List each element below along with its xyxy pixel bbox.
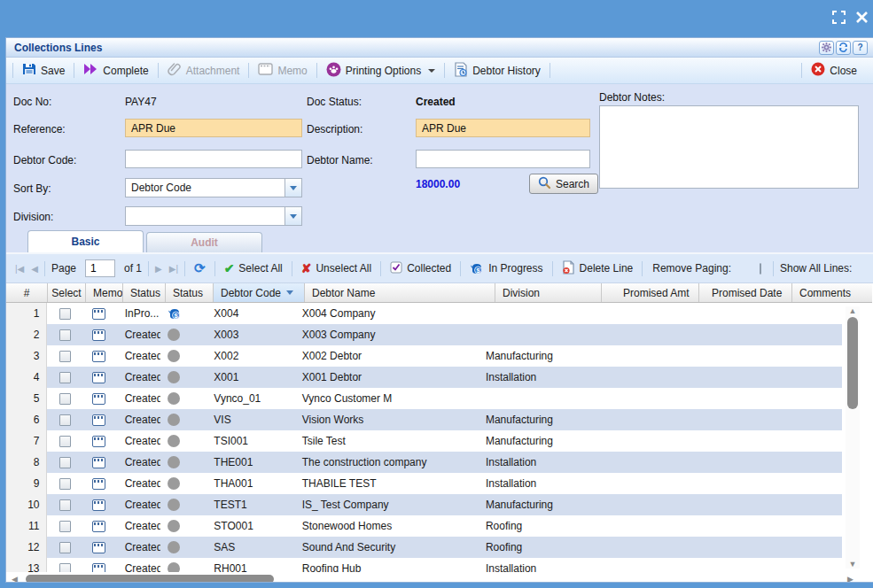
first-page-icon[interactable]: |◀ — [12, 264, 27, 274]
status-icon-cell: $ — [160, 452, 207, 473]
col-header-memo[interactable]: Memo — [86, 283, 123, 302]
tab-audit[interactable]: Audit — [146, 232, 262, 252]
debtor-code-input[interactable] — [125, 150, 302, 168]
horizontal-scroll-thumb[interactable] — [26, 575, 274, 583]
table-row[interactable]: 11 Created $ STO001 Stonewood Homes Roof… — [6, 515, 842, 537]
memo-icon[interactable] — [92, 457, 105, 468]
help-icon[interactable]: ? — [853, 41, 868, 55]
table-row[interactable]: 4 Created $ X001 X001 Debtor Installatio… — [6, 367, 842, 388]
memo-icon[interactable] — [92, 329, 105, 341]
scroll-up-icon[interactable]: ▲ — [846, 306, 860, 315]
memo-icon[interactable] — [92, 393, 105, 405]
memo-cell — [83, 515, 120, 537]
select-cell — [47, 345, 83, 367]
row-checkbox[interactable] — [59, 414, 71, 426]
reference-input[interactable] — [125, 119, 302, 137]
table-row[interactable]: 9 Created $ THA001 THABILE TEST Installa… — [6, 473, 842, 494]
table-row[interactable]: 13 Created $ RH001 Roofing Hub Installat… — [6, 558, 842, 572]
col-header-comments[interactable]: Comments — [792, 283, 872, 302]
col-header-debtor-code[interactable]: Debtor Code — [214, 283, 305, 302]
row-checkbox[interactable] — [59, 329, 71, 341]
col-header-debtor-name[interactable]: Debtor Name — [305, 283, 495, 302]
row-checkbox[interactable] — [59, 457, 71, 468]
row-checkbox[interactable] — [59, 393, 71, 405]
printing-options-button[interactable]: Printing Options — [320, 59, 441, 82]
complete-button[interactable]: Complete — [77, 60, 154, 81]
debtor-notes-textarea[interactable] — [599, 105, 859, 189]
col-header-select[interactable]: Select — [48, 283, 86, 302]
table-row[interactable]: 10 Created $ TEST1 IS_ Test Company Manu… — [6, 494, 842, 515]
table-row[interactable]: 5 Created $ Vynco_01 Vynco Customer M — [6, 388, 842, 409]
collected-button[interactable]: Collected — [384, 259, 457, 278]
row-checkbox[interactable] — [59, 521, 71, 532]
row-number: 10 — [6, 494, 47, 515]
table-row[interactable]: 1 InPro... $ X004 X004 Company — [6, 303, 842, 324]
scroll-left-icon[interactable]: ◀ — [12, 575, 18, 584]
next-page-icon[interactable]: ▶ — [152, 264, 166, 274]
table-row[interactable]: 12 Created $ SAS Sound And Security Roof… — [6, 537, 842, 558]
memo-icon[interactable] — [92, 308, 105, 320]
last-page-icon[interactable]: ▶| — [166, 264, 182, 274]
promised-date-cell — [675, 367, 765, 388]
comments-cell — [765, 515, 842, 537]
grid-refresh-button[interactable]: ⟳ — [188, 259, 212, 278]
in-progress-button[interactable]: $ In Progress — [464, 260, 549, 277]
col-header-status[interactable]: Status — [123, 283, 166, 302]
col-header-promised-date[interactable]: Promised Date — [699, 283, 792, 302]
table-row[interactable]: 8 Created $ THE001 The construction comp… — [6, 452, 842, 473]
remove-paging-checkbox[interactable] — [760, 263, 761, 275]
memo-icon[interactable] — [92, 499, 105, 511]
table-row[interactable]: 6 Created $ VIS Vision Works Manufacturi… — [6, 409, 842, 430]
select-all-button[interactable]: ✔ Select All — [218, 259, 289, 277]
sort-by-select[interactable]: Debtor Code — [125, 178, 302, 197]
vertical-scroll-thumb[interactable] — [847, 317, 858, 409]
memo-icon[interactable] — [92, 414, 105, 426]
prev-page-icon[interactable]: ◀ — [27, 264, 42, 274]
debtor-name-input[interactable] — [416, 150, 590, 168]
row-checkbox[interactable] — [59, 563, 71, 573]
memo-icon[interactable] — [92, 436, 105, 447]
row-checkbox[interactable] — [59, 351, 71, 362]
chevron-down-icon[interactable] — [285, 207, 301, 225]
memo-icon[interactable] — [92, 478, 105, 490]
unselect-all-button[interactable]: ✘ Unselect All — [295, 259, 378, 277]
window-close-icon[interactable] — [856, 12, 868, 23]
delete-line-button[interactable]: Delete Line — [556, 259, 640, 279]
col-header-promised-amt[interactable]: Promised Amt — [602, 283, 699, 302]
debtor-code-cell: X003 — [207, 324, 294, 345]
memo-icon[interactable] — [92, 521, 105, 532]
row-checkbox[interactable] — [59, 499, 71, 511]
chevron-down-icon[interactable] — [285, 179, 301, 197]
gear-icon[interactable] — [819, 41, 834, 55]
memo-icon[interactable] — [92, 563, 105, 573]
col-header-num[interactable]: # — [6, 283, 48, 302]
row-checkbox[interactable] — [59, 308, 71, 320]
memo-icon[interactable] — [92, 351, 105, 362]
fullscreen-icon[interactable] — [832, 11, 846, 24]
division-select[interactable] — [125, 206, 302, 226]
debtor-history-button[interactable]: Debtor History — [448, 59, 547, 82]
close-button[interactable]: Close — [805, 59, 869, 81]
save-button[interactable]: Save — [16, 59, 71, 81]
search-button[interactable]: Search — [529, 174, 598, 194]
row-checkbox[interactable] — [59, 436, 71, 447]
panel-refresh-icon[interactable] — [836, 41, 851, 55]
horizontal-scrollbar[interactable]: ◀ ▶ — [12, 573, 854, 583]
memo-icon[interactable] — [92, 542, 105, 553]
vertical-scrollbar[interactable]: ▲ ▼ — [846, 306, 860, 569]
tab-basic[interactable]: Basic — [27, 230, 144, 252]
row-checkbox[interactable] — [59, 478, 71, 490]
memo-icon[interactable] — [92, 372, 105, 383]
table-row[interactable]: 3 Created $ X002 X002 Debtor Manufacturi… — [6, 345, 842, 367]
col-header-division[interactable]: Division — [495, 283, 602, 302]
scroll-down-icon[interactable]: ▼ — [846, 560, 860, 569]
table-row[interactable]: 7 Created $ TSI001 Tsile Test Manufactur… — [6, 430, 842, 452]
row-checkbox[interactable] — [59, 542, 71, 553]
row-checkbox[interactable] — [59, 372, 71, 383]
col-header-status-icon[interactable]: Status — [166, 283, 214, 302]
scroll-right-icon[interactable]: ▶ — [847, 575, 854, 584]
table-row[interactable]: 2 Created $ X003 X003 Company — [6, 324, 842, 345]
page-input[interactable] — [85, 259, 115, 277]
description-input[interactable] — [416, 119, 590, 137]
memo-cell — [83, 494, 120, 515]
